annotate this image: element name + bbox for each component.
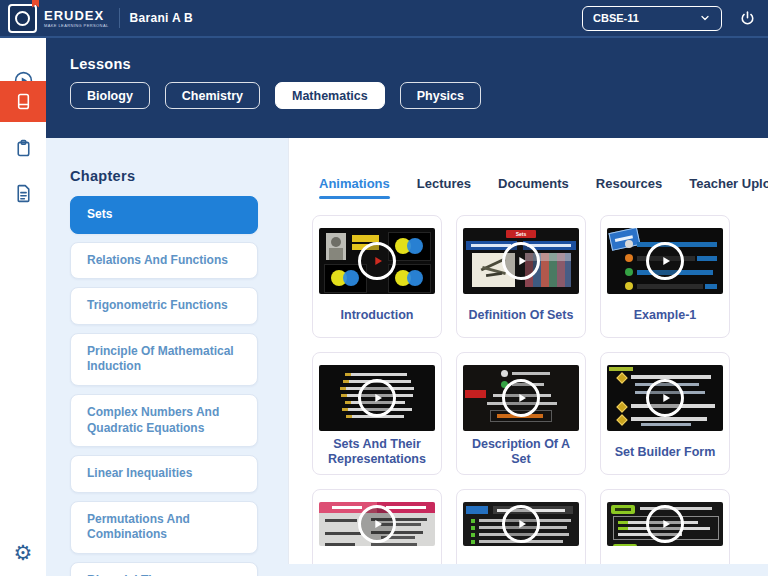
video-card-sets-and-their-representations[interactable]: Sets And Their Representations [312, 352, 442, 475]
page-title: Lessons [70, 56, 131, 72]
chapter-item-relations-and-functions[interactable]: Relations And Functions [70, 242, 258, 280]
video-card-example-1[interactable]: Example-1 [600, 215, 730, 338]
video-title: Definition Of Sets [457, 294, 585, 336]
subject-tab-biology[interactable]: Biology [70, 82, 150, 109]
subject-tabs: Biology Chemistry Mathematics Physics [70, 82, 481, 109]
video-card-problems[interactable] [456, 489, 586, 564]
chapter-item-complex-numbers[interactable]: Complex Numbers And Quadratic Equations [70, 394, 258, 447]
chapter-item-linear-inequalities[interactable]: Linear Inequalities [70, 455, 258, 493]
video-thumbnail[interactable] [319, 365, 435, 431]
video-title: Sets And Their Representations [313, 431, 441, 473]
chapter-list: Sets Relations And Functions Trigonometr… [70, 196, 258, 576]
logo-emblem-icon [15, 11, 30, 26]
video-title: Description Of A Set [457, 431, 585, 473]
video-card-introduction[interactable]: Introduction [312, 215, 442, 338]
chapters-heading: Chapters [70, 168, 135, 184]
logout-power-button[interactable] [736, 7, 758, 29]
brand-tagline: MAKE LEARNING PERSONAL [44, 24, 109, 28]
video-title [313, 546, 441, 564]
chevron-down-icon [699, 12, 711, 24]
play-icon[interactable] [502, 505, 540, 543]
chapter-item-permutations-and-combinations[interactable]: Permutations And Combinations [70, 501, 258, 554]
video-title [601, 546, 729, 564]
video-card-definition-of-sets[interactable]: Sets Definition Of Sets [456, 215, 586, 338]
content-tabs: Animations Lectures Documents Resources … [319, 176, 768, 199]
video-thumbnail[interactable] [607, 228, 723, 294]
thumbnail-chip: Sets [506, 230, 536, 238]
sidebar-item-reports[interactable] [0, 173, 46, 213]
video-title: Set Builder Form [601, 431, 729, 473]
play-icon[interactable] [502, 242, 540, 280]
tab-documents[interactable]: Documents [498, 176, 569, 199]
subject-tab-mathematics[interactable]: Mathematics [275, 82, 385, 109]
lessons-header: Lessons Biology Chemistry Mathematics Ph… [46, 38, 768, 138]
video-thumbnail[interactable] [463, 365, 579, 431]
tab-lectures[interactable]: Lectures [417, 176, 471, 199]
video-card-grid: Introduction Sets Definition Of Sets [312, 215, 730, 564]
power-icon [739, 10, 756, 27]
gear-icon: ⚙ [14, 542, 33, 563]
sidebar-item-settings[interactable]: ⚙ [0, 532, 46, 572]
play-icon[interactable] [646, 505, 684, 543]
class-selector-dropdown[interactable]: CBSE-11 [582, 6, 722, 31]
video-card-practice[interactable] [600, 489, 730, 564]
logo-bookmark-icon [32, 0, 39, 8]
play-icon[interactable] [646, 242, 684, 280]
video-thumbnail[interactable]: Sets [463, 228, 579, 294]
subject-tab-physics[interactable]: Physics [400, 82, 481, 109]
play-icon[interactable] [358, 379, 396, 417]
video-thumbnail[interactable] [607, 365, 723, 431]
chapter-item-binomial-theorem[interactable]: Binomial Theorem [70, 562, 258, 576]
top-bar: ERUDEX MAKE LEARNING PERSONAL Barani A B… [0, 0, 768, 38]
brand-name: ERUDEX [44, 9, 109, 22]
play-icon[interactable] [358, 242, 396, 280]
video-title: Example-1 [601, 294, 729, 336]
video-card-roster-form[interactable] [312, 489, 442, 564]
video-thumbnail[interactable] [463, 502, 579, 546]
clipboard-icon [13, 138, 34, 159]
play-icon[interactable] [502, 379, 540, 417]
tab-teacher-uploads[interactable]: Teacher Uploads [689, 176, 768, 199]
sidebar-item-lessons[interactable] [0, 81, 46, 122]
subject-tab-chemistry[interactable]: Chemistry [165, 82, 260, 109]
document-icon [13, 183, 34, 204]
video-thumbnail[interactable] [607, 502, 723, 546]
chapter-item-sets[interactable]: Sets [70, 196, 258, 234]
video-thumbnail[interactable] [319, 228, 435, 294]
video-title [457, 546, 585, 564]
class-selector-value: CBSE-11 [593, 12, 699, 24]
tab-resources[interactable]: Resources [596, 176, 662, 199]
sidebar-item-assignments[interactable] [0, 128, 46, 168]
tab-animations[interactable]: Animations [319, 176, 390, 199]
topbar-divider [119, 8, 120, 28]
play-icon[interactable] [646, 379, 684, 417]
book-icon [13, 91, 34, 112]
video-card-description-of-a-set[interactable]: Description Of A Set [456, 352, 586, 475]
left-icon-rail: ⚙ [0, 38, 46, 576]
video-title: Introduction [313, 294, 441, 336]
chapter-item-trigonometric-functions[interactable]: Trigonometric Functions [70, 287, 258, 325]
play-icon[interactable] [358, 505, 396, 543]
lesson-content-panel: Animations Lectures Documents Resources … [288, 138, 768, 564]
video-card-set-builder-form[interactable]: Set Builder Form [600, 352, 730, 475]
erudex-logo [8, 4, 37, 33]
user-name: Barani A B [130, 11, 193, 25]
chapter-item-principle-of-mathematical-induction[interactable]: Principle Of Mathematical Induction [70, 333, 258, 386]
video-thumbnail[interactable] [319, 502, 435, 546]
